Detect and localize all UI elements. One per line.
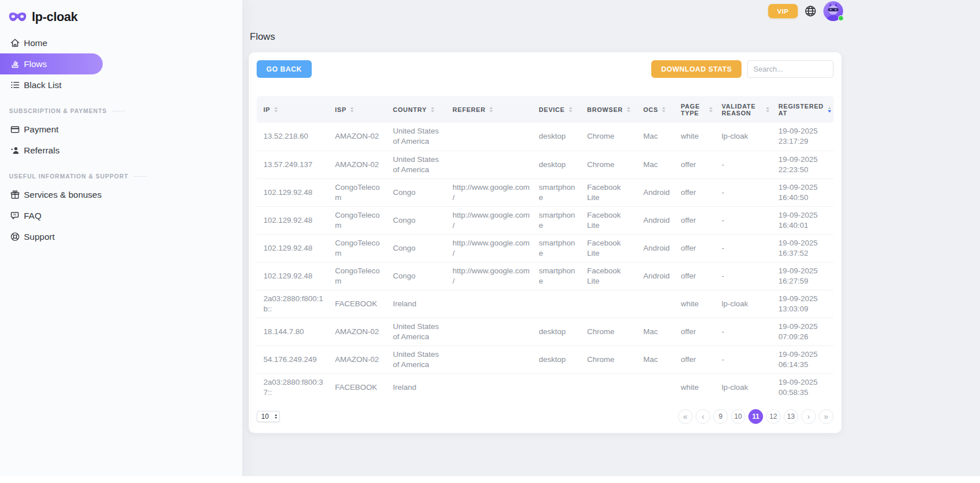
column-header-device[interactable]: DEVICE bbox=[534, 96, 583, 123]
pagination-last-button[interactable]: » bbox=[819, 409, 834, 424]
cell-ip: 2a03:2880:f800:37:: bbox=[257, 373, 330, 401]
column-header-browser[interactable]: BROWSER bbox=[583, 96, 639, 123]
sidebar-item-label: Payment bbox=[24, 124, 58, 135]
cell-country: Congo bbox=[388, 178, 448, 206]
cell-ip: 102.129.92.48 bbox=[257, 262, 330, 290]
cell-country: Congo bbox=[388, 262, 448, 290]
cell-isp: AMAZON-02 bbox=[330, 151, 388, 178]
cell-device: smartphone bbox=[534, 234, 583, 262]
flows-card: GO BACK DOWNLOAD STATS IPISPCOUNTRYREFER… bbox=[249, 52, 841, 433]
table-row: 2a03:2880:f800:1b::FACEBOOKIrelandwhitel… bbox=[257, 290, 834, 318]
black-list-icon bbox=[10, 80, 20, 90]
column-label: REGISTERED AT bbox=[778, 103, 824, 116]
cell-ip: 13.52.218.60 bbox=[257, 123, 330, 151]
search-input[interactable] bbox=[747, 60, 834, 78]
column-header-page-type[interactable]: PAGE TYPE bbox=[676, 96, 717, 123]
pagination-page-13[interactable]: 13 bbox=[784, 409, 798, 424]
sort-icon bbox=[828, 107, 831, 113]
cell-device: smartphone bbox=[534, 262, 583, 290]
sidebar-item-label: Referrals bbox=[24, 145, 60, 156]
pagination-page-11[interactable]: 11 bbox=[748, 409, 763, 424]
column-header-registered-at[interactable]: REGISTERED AT bbox=[774, 96, 834, 123]
vip-button[interactable]: VIP bbox=[768, 4, 798, 18]
sidebar-item-label: FAQ bbox=[24, 211, 41, 221]
column-header-country[interactable]: COUNTRY bbox=[388, 96, 448, 123]
pagination-page-9[interactable]: 9 bbox=[713, 409, 728, 424]
column-header-validate-reason[interactable]: VALIDATE REASON bbox=[717, 96, 774, 123]
cell-ocs: Mac bbox=[639, 151, 676, 178]
pagination-first-button[interactable]: « bbox=[678, 409, 693, 424]
cell-device: desktop bbox=[534, 151, 583, 178]
go-back-button[interactable]: GO BACK bbox=[257, 60, 312, 78]
cell-ocs: Mac bbox=[639, 123, 676, 151]
cell-ip: 2a03:2880:f800:1b:: bbox=[257, 290, 330, 318]
cell-referer: http://www.google.com/ bbox=[448, 262, 534, 290]
cell-device: desktop bbox=[534, 318, 583, 345]
cell-ocs: Mac bbox=[639, 345, 676, 373]
cell-isp: AMAZON-02 bbox=[330, 123, 388, 151]
home-icon bbox=[10, 38, 20, 48]
globe-language-icon[interactable] bbox=[804, 5, 817, 18]
cell-browser: Chrome bbox=[583, 345, 639, 373]
sidebar-item-home[interactable]: Home bbox=[0, 32, 103, 53]
sidebar-item-referrals[interactable]: Referrals bbox=[0, 140, 103, 161]
table-footer: 10 «‹910111213›» bbox=[257, 409, 834, 424]
cell-page-type: white bbox=[676, 123, 717, 151]
cell-isp: CongoTelecom bbox=[330, 206, 388, 234]
sort-icon bbox=[766, 107, 769, 113]
support-lifebuoy-icon bbox=[10, 231, 20, 242]
download-stats-button[interactable]: DOWNLOAD STATS bbox=[651, 60, 742, 78]
cell-registered-at: 19-09-2025 13:03:09 bbox=[774, 290, 834, 318]
cell-validate-reason: lp-cloak bbox=[717, 290, 774, 318]
table-row: 18.144.7.80AMAZON-02United States of Ame… bbox=[257, 318, 834, 345]
sidebar-item-faq[interactable]: ?!FAQ bbox=[0, 205, 103, 226]
sidebar-section-label: USEFUL INFORMATION & SUPPORT bbox=[9, 170, 233, 182]
cell-validate-reason: lp-cloak bbox=[717, 373, 774, 401]
cell-isp: CongoTelecom bbox=[330, 178, 388, 206]
cell-validate-reason: - bbox=[717, 345, 774, 373]
column-header-ocs[interactable]: OCS bbox=[639, 96, 676, 123]
sidebar-item-services-bonuses[interactable]: Services & bonuses bbox=[0, 184, 103, 205]
cell-referer bbox=[448, 345, 534, 373]
app-logo[interactable]: lp-cloak bbox=[0, 0, 242, 27]
cell-isp: AMAZON-02 bbox=[330, 345, 388, 373]
sidebar-item-payment[interactable]: Payment bbox=[0, 119, 103, 140]
pagination: «‹910111213›» bbox=[678, 409, 834, 424]
cell-browser: Chrome bbox=[583, 318, 639, 345]
pagination-prev-button[interactable]: ‹ bbox=[696, 409, 710, 424]
sidebar: lp-cloak HomeFlowsBlack ListSUBSCRIPTION… bbox=[0, 0, 242, 476]
column-header-ip[interactable]: IP bbox=[257, 96, 330, 123]
cell-validate-reason: - bbox=[717, 262, 774, 290]
column-header-referer[interactable]: REFERER bbox=[448, 96, 534, 123]
cell-browser: Chrome bbox=[583, 123, 639, 151]
cell-referer bbox=[448, 318, 534, 345]
cell-country: United States of America bbox=[388, 318, 448, 345]
svg-text:?!: ?! bbox=[13, 213, 16, 216]
sort-icon bbox=[569, 107, 572, 113]
sidebar-item-black-list[interactable]: Black List bbox=[0, 74, 103, 95]
column-label: PAGE TYPE bbox=[681, 103, 705, 116]
sort-icon bbox=[662, 107, 665, 113]
cell-validate-reason: lp-cloak bbox=[717, 123, 774, 151]
cell-registered-at: 19-09-2025 07:09:26 bbox=[774, 318, 834, 345]
column-label: VALIDATE REASON bbox=[722, 103, 762, 116]
cell-browser: Chrome bbox=[583, 151, 639, 178]
cell-device: smartphone bbox=[534, 206, 583, 234]
mask-logo-icon bbox=[9, 11, 27, 23]
cell-ocs bbox=[639, 290, 676, 318]
cell-country: United States of America bbox=[388, 345, 448, 373]
user-avatar[interactable] bbox=[823, 1, 843, 21]
sidebar-item-support[interactable]: Support bbox=[0, 226, 103, 247]
cell-ip: 18.144.7.80 bbox=[257, 318, 330, 345]
sort-icon bbox=[627, 107, 630, 113]
pagination-page-12[interactable]: 12 bbox=[766, 409, 781, 424]
pagination-page-10[interactable]: 10 bbox=[731, 409, 746, 424]
referrals-person-icon bbox=[10, 145, 20, 156]
column-header-isp[interactable]: ISP bbox=[330, 96, 388, 123]
sidebar-item-flows[interactable]: Flows bbox=[0, 53, 103, 74]
pagination-next-button[interactable]: › bbox=[801, 409, 816, 424]
sidebar-section: USEFUL INFORMATION & SUPPORTServices & b… bbox=[0, 170, 242, 247]
sidebar-section: SUBSCRIPTION & PAYMENTSPaymentReferrals bbox=[0, 105, 242, 161]
cell-ip: 54.176.249.249 bbox=[257, 345, 330, 373]
page-size-select[interactable]: 10 bbox=[257, 411, 280, 422]
